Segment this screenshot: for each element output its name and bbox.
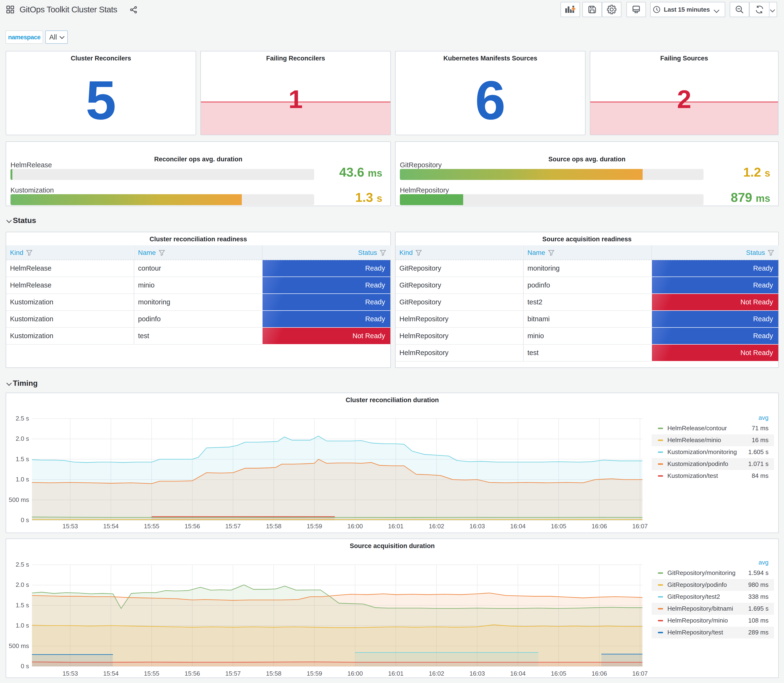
svg-text:2.0 s: 2.0 s bbox=[16, 581, 29, 588]
svg-text:16:03: 16:03 bbox=[469, 523, 485, 530]
svg-text:500 ms: 500 ms bbox=[9, 496, 29, 503]
svg-text:15:55: 15:55 bbox=[144, 670, 159, 677]
svg-text:15:54: 15:54 bbox=[103, 670, 119, 677]
svg-text:15:53: 15:53 bbox=[63, 670, 78, 677]
svg-text:1.5 s: 1.5 s bbox=[16, 455, 29, 463]
svg-text:15:57: 15:57 bbox=[225, 523, 240, 530]
svg-text:16:00: 16:00 bbox=[347, 670, 363, 677]
svg-text:16:04: 16:04 bbox=[510, 670, 526, 677]
svg-text:15:58: 15:58 bbox=[266, 523, 281, 530]
svg-text:1.0 s: 1.0 s bbox=[16, 622, 29, 629]
svg-text:16:01: 16:01 bbox=[388, 523, 403, 530]
svg-text:16:01: 16:01 bbox=[388, 670, 403, 677]
svg-text:2.5 s: 2.5 s bbox=[16, 561, 29, 568]
svg-text:16:02: 16:02 bbox=[429, 523, 444, 530]
svg-text:16:03: 16:03 bbox=[469, 670, 485, 677]
svg-text:15:53: 15:53 bbox=[63, 523, 78, 530]
svg-text:15:56: 15:56 bbox=[184, 523, 200, 530]
svg-text:16:05: 16:05 bbox=[551, 670, 566, 677]
svg-text:16:06: 16:06 bbox=[592, 523, 607, 530]
svg-text:500 ms: 500 ms bbox=[9, 642, 29, 649]
svg-text:15:54: 15:54 bbox=[103, 523, 119, 530]
svg-text:16:05: 16:05 bbox=[551, 523, 566, 530]
svg-text:2.5 s: 2.5 s bbox=[16, 415, 29, 422]
svg-text:15:55: 15:55 bbox=[144, 523, 159, 530]
svg-text:1.0 s: 1.0 s bbox=[16, 476, 29, 483]
svg-text:15:59: 15:59 bbox=[306, 523, 322, 530]
svg-text:0 s: 0 s bbox=[21, 516, 29, 524]
svg-text:16:02: 16:02 bbox=[429, 670, 444, 677]
svg-text:15:56: 15:56 bbox=[184, 670, 200, 677]
svg-text:15:57: 15:57 bbox=[225, 670, 240, 677]
svg-text:2.0 s: 2.0 s bbox=[16, 435, 29, 442]
svg-text:16:06: 16:06 bbox=[592, 670, 607, 677]
svg-text:15:58: 15:58 bbox=[266, 670, 281, 677]
svg-text:0 s: 0 s bbox=[21, 662, 29, 670]
svg-text:16:07: 16:07 bbox=[632, 670, 648, 677]
svg-text:16:00: 16:00 bbox=[347, 523, 363, 530]
svg-text:1.5 s: 1.5 s bbox=[16, 601, 29, 609]
svg-text:16:04: 16:04 bbox=[510, 523, 526, 530]
svg-text:16:07: 16:07 bbox=[632, 523, 648, 530]
svg-text:15:59: 15:59 bbox=[306, 670, 322, 677]
